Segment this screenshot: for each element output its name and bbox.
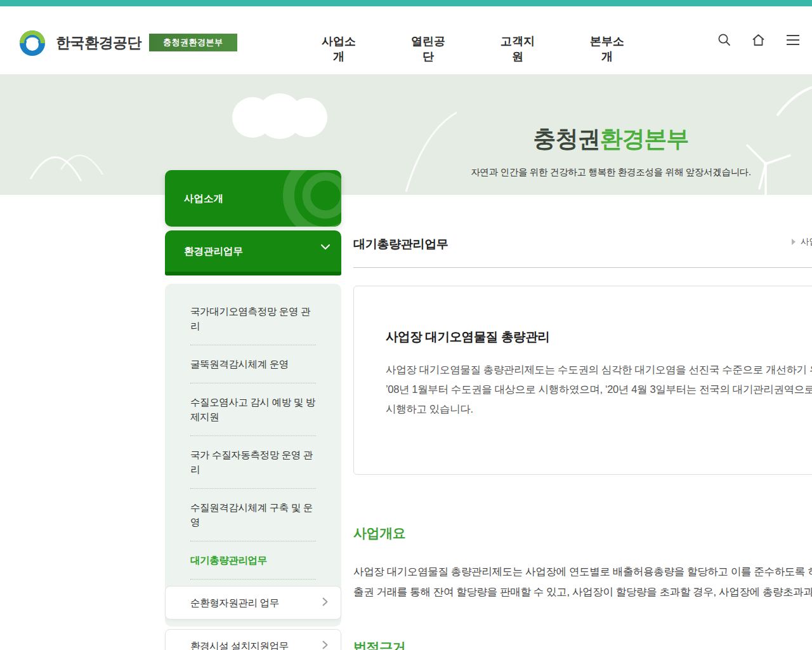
logo-title: 한국환경공단 bbox=[56, 33, 141, 53]
global-nav: 사업소개 열린공단 고객지원 본부소개 bbox=[317, 34, 629, 64]
chevron-right-icon bbox=[322, 640, 328, 649]
banner-title-hq: 환경본부 bbox=[600, 126, 689, 152]
intro-box: 사업장 대기오염물질 총량관리 사업장 대기오염물질 총량관리제도는 수도권의 … bbox=[353, 286, 812, 475]
nav-item-open[interactable]: 열린공단 bbox=[406, 34, 450, 64]
sidebar-submenu: 국가대기오염측정망 운영 관리 굴뚝원격감시체계 운영 수질오염사고 감시 예방… bbox=[165, 284, 341, 627]
breadcrumb-item[interactable]: 사업소개 bbox=[801, 236, 812, 248]
section-body-overview: 사업장 대기오염물질 총량관리제도는 사업장에 연도별로 배출허용총량을 할당하… bbox=[353, 561, 812, 602]
nav-item-support[interactable]: 고객지원 bbox=[495, 34, 540, 64]
page-title: 대기총량관리업무 bbox=[353, 236, 449, 253]
chevron-down-icon bbox=[321, 244, 330, 250]
sidebar-section-label: 사업소개 bbox=[184, 192, 223, 205]
breadcrumb: 사업소개 bbox=[792, 236, 812, 248]
submenu-item-water-remote[interactable]: 수질원격감시체계 구축 및 운영 bbox=[190, 489, 316, 541]
sidebar-group-circular-resources[interactable]: 순환형자원관리 업무 bbox=[165, 586, 341, 620]
intro-box-heading: 사업장 대기오염물질 총량관리 bbox=[386, 328, 812, 345]
title-divider bbox=[353, 267, 812, 268]
page-banner: 충청권환경본부 자연과 인간을 위한 건강하고 행복한 환경조성을 위해 앞장서… bbox=[0, 74, 812, 195]
submenu-item-water-auto-monitoring[interactable]: 국가 수질자동측정망 운영 관리 bbox=[190, 436, 316, 489]
sidebar-group-label: 환경관리업무 bbox=[184, 244, 243, 258]
site-header: 한국환경공단 충청권환경본부 사업소개 열린공단 고객지원 본부소개 bbox=[0, 6, 812, 74]
logo[interactable]: 한국환경공단 충청권환경본부 bbox=[18, 28, 237, 57]
breadcrumb-arrow-icon bbox=[792, 239, 796, 245]
section-heading-legal: 법적근거 bbox=[353, 639, 405, 650]
banner-title: 충청권환경본부 bbox=[353, 124, 812, 155]
submenu-item-air-total-management[interactable]: 대기총량관리업무 bbox=[190, 541, 316, 580]
sidebar-group-env-facility[interactable]: 환경시설 설치지원업무 bbox=[165, 629, 341, 650]
sidebar-group-label: 순환형자원관리 업무 bbox=[190, 596, 279, 609]
swirl-decoration-icon bbox=[265, 170, 341, 227]
nav-item-business[interactable]: 사업소개 bbox=[317, 34, 361, 64]
intro-box-body: 사업장 대기오염물질 총량관리제도는 수도권의 심각한 대기오염을 선진국 수준… bbox=[386, 360, 812, 419]
sidebar-section-business[interactable]: 사업소개 bbox=[165, 170, 341, 227]
banner-text: 충청권환경본부 자연과 인간을 위한 건강하고 행복한 환경조성을 위해 앞장서… bbox=[353, 124, 812, 178]
home-icon[interactable] bbox=[752, 34, 765, 46]
section-heading-overview: 사업개요 bbox=[353, 524, 405, 542]
search-icon[interactable] bbox=[717, 33, 731, 46]
submenu-item-stack-tms[interactable]: 굴뚝원격감시체계 운영 bbox=[190, 345, 316, 383]
sidebar-group-env-management[interactable]: 환경관리업무 bbox=[165, 230, 341, 275]
chevron-right-icon bbox=[322, 597, 328, 606]
submenu-item-water-pollution[interactable]: 수질오염사고 감시 예방 및 방제지원 bbox=[190, 383, 316, 436]
menu-icon[interactable] bbox=[786, 34, 800, 46]
banner-subtitle: 자연과 인간을 위한 건강하고 행복한 환경조성을 위해 앞장서겠습니다. bbox=[353, 166, 812, 178]
header-utility bbox=[717, 33, 800, 46]
sidebar-group-label: 환경시설 설치지원업무 bbox=[190, 639, 289, 650]
cloud-icon bbox=[232, 93, 327, 139]
logo-region-badge: 충청권환경본부 bbox=[149, 34, 237, 51]
keco-logo-icon bbox=[18, 28, 47, 57]
top-accent-bar bbox=[0, 0, 812, 6]
nav-item-about[interactable]: 본부소개 bbox=[585, 34, 629, 64]
banner-title-region: 충청권 bbox=[534, 126, 600, 152]
submenu-item-air-monitoring[interactable]: 국가대기오염측정망 운영 관리 bbox=[190, 293, 316, 345]
